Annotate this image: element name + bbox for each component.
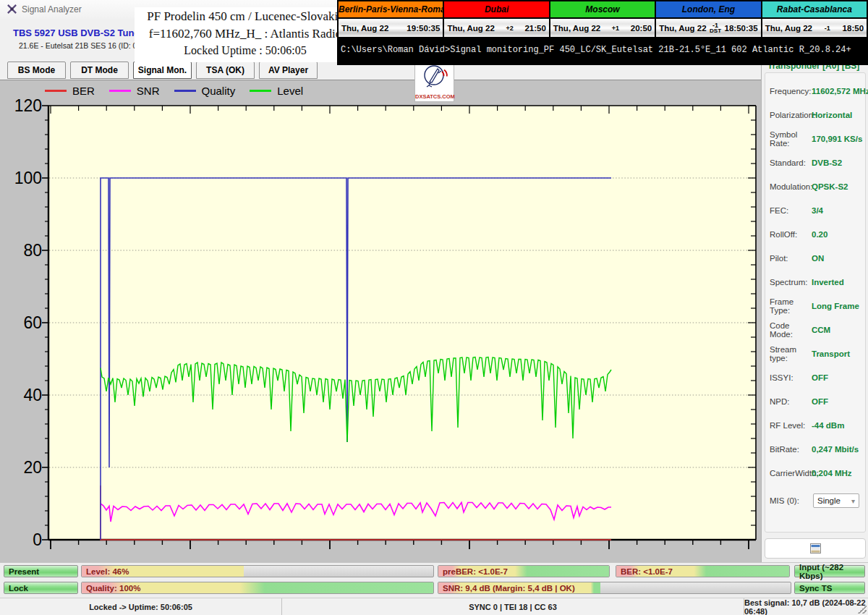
resize-grip[interactable] (858, 605, 867, 614)
tuner-name: TBS 5927 USB DVB-S2 Tuner (13, 27, 143, 38)
clock-city-label: London, Eng (656, 1, 760, 17)
meter-label: Quality: 100% (86, 582, 140, 593)
legend-line-swatch (250, 90, 271, 92)
clock-utc-offset: -1 (812, 25, 843, 31)
sidebar-label: Symbol Rate: (770, 130, 812, 148)
clock-city-label: Rabat-Casablanca (762, 1, 867, 17)
logo-caption: DXSATCS.COM (415, 93, 454, 100)
sidebar-value: 170,991 KS/s (812, 135, 862, 143)
sidebar-value: OFF (812, 373, 828, 382)
clock-time-row: Thu, Aug 22-1DST18:50:35 (656, 19, 760, 37)
clock-rabat-casablanca: Rabat-CasablancaThu, Aug 22-118:50 (762, 1, 867, 37)
meter-ber: BER: <1.0E-7 (616, 565, 790, 577)
sidebar-value: Transport (812, 349, 850, 358)
mis-dropdown[interactable]: Single ▾ (813, 493, 859, 508)
console-line: C:\Users\Roman Dávid>Signal monitoring_P… (341, 45, 866, 55)
sidebar-label: Frame Type: (770, 297, 812, 315)
sidebar-label: Pilot: (770, 254, 812, 263)
sidebar-value: Horizontal (812, 111, 852, 119)
sidebar-row-frame-type: Frame Type:Long Frame (765, 294, 865, 318)
mis-selected-value: Single (817, 496, 841, 505)
meter-label: Level: 46% (86, 566, 129, 577)
y-tick-label: 20 (0, 457, 42, 478)
clock-city-label: Dubai (444, 1, 548, 17)
statusbar: Locked -> Uptime: 50:06:05 SYNC 0 | TEI … (0, 598, 868, 615)
clock-time-row: Thu, Aug 22+120:50 (550, 19, 655, 37)
y-tick-label: 40 (0, 385, 42, 405)
mode-tabs: BS ModeDT ModeSignal Mon.TSA (OK)AV Play… (7, 62, 318, 79)
world-clock-overlay: Berlin-Paris-Vienna-RomaThu, Aug 2219:50… (337, 0, 868, 65)
window-title: Signal Analyzer (22, 4, 82, 14)
y-tick-label: 80 (0, 240, 42, 260)
clock-date: Thu, Aug 22 (444, 24, 494, 33)
sidebar-label: FEC: (770, 206, 812, 215)
sidebar-row-pilot: Pilot:ON (765, 246, 865, 270)
sidebar-row-carrierwidth: CarrierWidth:0,204 MHz (765, 461, 865, 485)
meter-preber: preBER: <1.0E-7 (438, 565, 610, 577)
y-tick-label: 60 (0, 313, 42, 333)
clock-date: Thu, Aug 22 (550, 24, 600, 33)
legend-label: Quality (202, 85, 236, 97)
clock-utc-offset: +2 (495, 25, 525, 31)
sidebar-label: Code Mode: (770, 321, 812, 339)
capture-button[interactable] (765, 538, 866, 559)
tab-tsa-ok[interactable]: TSA (OK) (196, 62, 255, 79)
tab-bs-mode[interactable]: BS Mode (7, 62, 66, 79)
sidebar-label: NPD: (770, 397, 812, 406)
sidebar-row-fec: FEC:3/4 (765, 198, 865, 222)
sidebar-row-bitrate: BitRate:0,247 Mbit/s (765, 437, 865, 461)
clock-date: Thu, Aug 22 (656, 24, 706, 33)
clock-utc-offset: +1 (600, 25, 631, 31)
frequency-line: f=11602,760 MHz_H_ : Atlantis Radio (135, 25, 356, 43)
sidebar-row-polarization: Polarization:Horizontal (765, 103, 865, 127)
sidebar-label: Modulation: (770, 182, 812, 191)
y-axis-labels: 020406080100120 (0, 80, 43, 563)
clock-berlin-paris-vienna-roma: Berlin-Paris-Vienna-RomaThu, Aug 2219:50… (339, 1, 443, 37)
sidebar-label: RollOff: (770, 230, 812, 239)
sidebar-value: DVB-S2 (812, 158, 842, 167)
signal-chart (0, 80, 761, 563)
tab-av-player[interactable]: AV Player (259, 62, 318, 79)
mis-label: MIS (0): (770, 496, 812, 505)
tab-signal-mon[interactable]: Signal Mon. (133, 62, 192, 79)
sidebar-value: 3/4 (812, 206, 823, 215)
legend-line-swatch (45, 90, 67, 92)
meter-quality: Quality: 100% (81, 582, 434, 594)
y-tick-label: 100 (0, 168, 42, 188)
chart-legend: BERSNRQualityLevel (45, 85, 303, 97)
meter-level: Level: 46% (81, 565, 434, 577)
sidebar-row-stream-type: Stream type:Transport (765, 342, 865, 365)
sidebar-label: BitRate: (770, 445, 812, 454)
clock-moscow: MoscowThu, Aug 22+120:50 (550, 1, 655, 37)
tab-dt-mode[interactable]: DT Mode (70, 62, 129, 79)
legend-item-quality: Quality (174, 85, 236, 97)
app-icon (7, 4, 17, 14)
transponder-panel: Frequency:11602,572 MHzPolarization:Hori… (765, 72, 866, 533)
legend-item-level: Level (250, 85, 303, 97)
sidebar-label: Spectrum: (770, 278, 812, 287)
y-tick-label: 0 (0, 530, 42, 550)
sidebar-value: QPSK-S2 (812, 182, 848, 191)
sidebar-value: -44 dBm (812, 421, 844, 430)
sidebar-label: Standard: (770, 158, 812, 167)
clock-time: 20:50 (631, 24, 655, 33)
sidebar-label: Frequency: (770, 87, 812, 96)
clock-dubai: DubaiThu, Aug 22+221:50 (444, 1, 548, 37)
sidebar-row-issyi: ISSYI:OFF (765, 365, 865, 389)
mis-row: MIS (0): Single ▾ (765, 493, 865, 508)
clock-time: 18:50:35 (725, 24, 761, 33)
clock-time-row: Thu, Aug 2219:50:35 (339, 19, 443, 37)
clock-time: 21:50 (524, 24, 548, 33)
sidebar-row-rolloff: RollOff:0.20 (765, 222, 865, 246)
clock-date: Thu, Aug 22 (762, 24, 812, 33)
meter-label: BER: <1.0E-7 (621, 566, 673, 577)
y-tick-label: 120 (0, 96, 42, 116)
sidebar-row-frequency: Frequency:11602,572 MHz (765, 79, 865, 103)
clock-city-label: Berlin-Paris-Vienna-Roma (339, 1, 443, 17)
sidebar-value: Long Frame (812, 302, 859, 310)
chart-region: 020406080100120 BERSNRQualityLevel (0, 80, 761, 562)
satellite-dish-icon (420, 63, 449, 92)
meter-label: preBER: <1.0E-7 (443, 566, 508, 577)
status-badge-syncts: Sync TS (794, 582, 865, 594)
sidebar-row-npd: NPD:OFF (765, 389, 865, 413)
